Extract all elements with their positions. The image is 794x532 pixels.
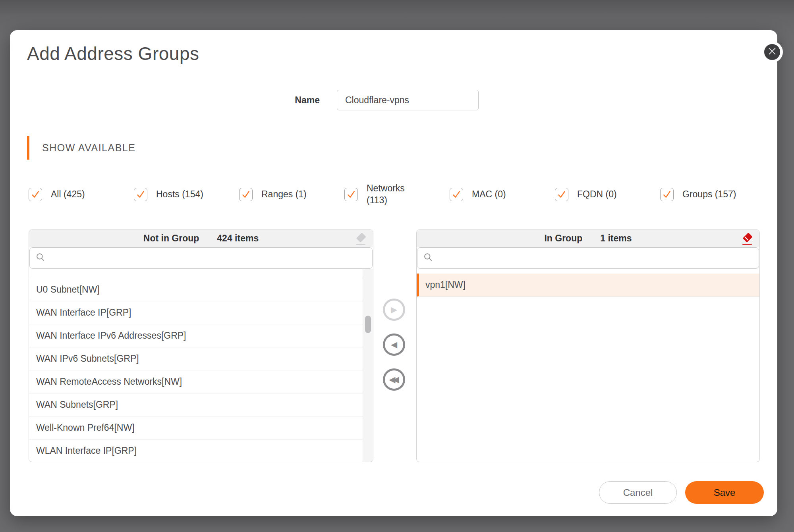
panel-item-count: 1 items [600, 233, 632, 244]
in-group-header: In Group 1 items [417, 230, 759, 247]
in-group-panel: In Group 1 items vpn1[NW] [416, 229, 760, 462]
filter-mac-checkbox[interactable]: MAC (0) [450, 183, 555, 206]
filter-label: Groups (157) [682, 189, 736, 200]
list-item[interactable]: WAN Subnets[GRP] [29, 393, 363, 416]
not-in-group-panel: Not in Group 424 items U0 Subnet[NW] WAN… [29, 229, 373, 462]
transfer-buttons: ▶ ◀ ◀◀ [383, 299, 405, 403]
panel-item-count: 424 items [217, 233, 259, 244]
checkbox-checked-icon [29, 188, 42, 201]
name-input[interactable] [337, 90, 479, 110]
search-icon [30, 252, 46, 264]
add-address-groups-dialog: Add Address Groups Name SHOW AVAILABLE A… [10, 30, 777, 516]
scrollbar-thumb[interactable] [365, 316, 371, 333]
list-item[interactable]: WAN IPv6 Subnets[GRP] [29, 347, 363, 370]
filter-label: Networks (113) [367, 183, 410, 206]
clear-group-button[interactable] [740, 231, 754, 247]
filter-networks-checkbox[interactable]: Networks (113) [344, 183, 450, 206]
not-in-group-header: Not in Group 424 items [29, 230, 373, 247]
list-gap [417, 269, 759, 274]
eraser-icon [354, 240, 367, 247]
search-icon [417, 252, 433, 264]
list-item[interactable]: WAN Interface IPv6 Addresses[GRP] [29, 324, 363, 347]
not-in-group-list: U0 Subnet[NW] WAN Interface IP[GRP] WAN … [29, 269, 373, 462]
name-field-row: Name [232, 90, 479, 110]
move-right-button[interactable]: ▶ [383, 299, 405, 321]
arrow-left-icon: ◀ [391, 341, 397, 349]
list-item[interactable]: WLAN Interface IP[GRP] [29, 439, 363, 462]
checkbox-checked-icon [344, 188, 358, 201]
type-filter-row: All (425) Hosts (154) Ranges (1) Network… [29, 183, 765, 206]
close-icon [767, 46, 777, 58]
filter-hosts-checkbox[interactable]: Hosts (154) [134, 183, 239, 206]
close-button[interactable] [761, 41, 783, 63]
panel-title: In Group [544, 233, 582, 244]
list-item[interactable]: WAN RemoteAccess Networks[NW] [29, 370, 363, 393]
section-accent-bar [27, 136, 29, 160]
partial-row [29, 269, 373, 278]
scrollbar-track [363, 269, 373, 462]
list-item[interactable]: U0 Subnet[NW] [29, 278, 363, 301]
filter-label: Ranges (1) [261, 189, 307, 200]
in-group-search [417, 247, 759, 269]
cancel-button[interactable]: Cancel [599, 481, 677, 504]
list-item[interactable]: Well-Known Pref64[NW] [29, 416, 363, 439]
filter-groups-checkbox[interactable]: Groups (157) [660, 183, 765, 206]
filter-label: All (425) [51, 189, 85, 200]
not-in-group-search [29, 247, 373, 269]
filter-ranges-checkbox[interactable]: Ranges (1) [239, 183, 344, 206]
filter-fqdn-checkbox[interactable]: FQDN (0) [555, 183, 660, 206]
search-input[interactable] [46, 248, 372, 268]
name-label: Name [232, 95, 320, 106]
checkbox-checked-icon [134, 188, 147, 201]
filter-label: Hosts (154) [156, 189, 203, 200]
in-group-list: vpn1[NW] [417, 269, 759, 462]
section-label: SHOW AVAILABLE [42, 142, 135, 154]
move-all-left-button[interactable]: ◀◀ [383, 368, 405, 391]
filter-label: FQDN (0) [577, 189, 617, 200]
checkbox-checked-icon [239, 188, 253, 201]
checkbox-checked-icon [555, 188, 568, 201]
move-left-button[interactable]: ◀ [383, 333, 405, 356]
eraser-icon [740, 240, 754, 247]
list-item[interactable]: WAN Interface IP[GRP] [29, 301, 363, 324]
save-button[interactable]: Save [685, 481, 764, 504]
dialog-title: Add Address Groups [27, 43, 199, 64]
double-arrow-left-icon: ◀◀ [389, 376, 396, 384]
filter-all-checkbox[interactable]: All (425) [29, 183, 134, 206]
list-item-selected[interactable]: vpn1[NW] [417, 274, 759, 297]
clear-list-button[interactable] [354, 231, 367, 247]
checkbox-checked-icon [450, 188, 463, 201]
filter-label: MAC (0) [472, 189, 506, 200]
search-input[interactable] [433, 248, 759, 268]
panel-title: Not in Group [143, 233, 199, 244]
checkbox-checked-icon [660, 188, 674, 201]
arrow-right-icon: ▶ [391, 306, 397, 314]
show-available-section: SHOW AVAILABLE [27, 136, 135, 160]
